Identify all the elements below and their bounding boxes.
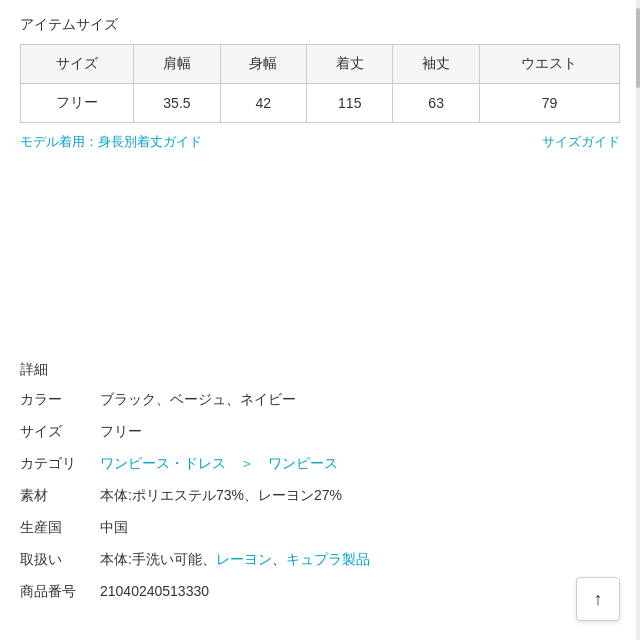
- size-section-title: アイテムサイズ: [20, 16, 620, 34]
- detail-label-size: サイズ: [20, 423, 100, 441]
- detail-row-material: 素材 本体:ポリエステル73%、レーヨン27%: [20, 487, 620, 505]
- col-header-waist: ウエスト: [479, 45, 619, 84]
- detail-label-product-number: 商品番号: [20, 583, 100, 601]
- detail-row-product-number: 商品番号 21040240513330: [20, 583, 620, 601]
- detail-label-color: カラー: [20, 391, 100, 409]
- page-container: アイテムサイズ サイズ 肩幅 身幅 着丈 袖丈 ウエスト フリー 35.5 42…: [0, 0, 640, 631]
- detail-row-category: カテゴリ ワンピース・ドレス ＞ ワンピース: [20, 455, 620, 473]
- detail-value-care: 本体:手洗い可能、レーヨン、キュプラ製品: [100, 551, 620, 569]
- cell-length: 115: [307, 84, 393, 123]
- scroll-top-arrow-icon: ↑: [594, 589, 603, 610]
- links-row: モデル着用：身長別着丈ガイド サイズガイド: [20, 133, 620, 151]
- scrollbar-thumb[interactable]: [636, 8, 640, 88]
- cell-shoulder: 35.5: [134, 84, 220, 123]
- scroll-top-button[interactable]: ↑: [576, 577, 620, 621]
- model-guide-link[interactable]: モデル着用：身長別着丈ガイド: [20, 133, 202, 151]
- care-rayon-link[interactable]: レーヨン: [216, 551, 272, 567]
- col-header-length: 着丈: [307, 45, 393, 84]
- detail-label-care: 取扱い: [20, 551, 100, 569]
- detail-label-material: 素材: [20, 487, 100, 505]
- details-section: 詳細 カラー ブラック、ベージュ、ネイビー サイズ フリー カテゴリ ワンピース…: [20, 351, 620, 601]
- col-header-body-width: 身幅: [220, 45, 306, 84]
- col-header-sleeve: 袖丈: [393, 45, 479, 84]
- table-row: フリー 35.5 42 115 63 79: [21, 84, 620, 123]
- detail-value-country: 中国: [100, 519, 620, 537]
- col-header-shoulder: 肩幅: [134, 45, 220, 84]
- cell-waist: 79: [479, 84, 619, 123]
- detail-value-material: 本体:ポリエステル73%、レーヨン27%: [100, 487, 620, 505]
- cell-body-width: 42: [220, 84, 306, 123]
- details-title: 詳細: [20, 361, 620, 379]
- scrollbar-track: [636, 0, 640, 640]
- detail-value-color: ブラック、ベージュ、ネイビー: [100, 391, 620, 409]
- detail-value-product-number: 21040240513330: [100, 583, 620, 599]
- category-link[interactable]: ワンピース・ドレス ＞ ワンピース: [100, 455, 338, 471]
- cell-size: フリー: [21, 84, 134, 123]
- table-header-row: サイズ 肩幅 身幅 着丈 袖丈 ウエスト: [21, 45, 620, 84]
- cell-sleeve: 63: [393, 84, 479, 123]
- detail-row-care: 取扱い 本体:手洗い可能、レーヨン、キュプラ製品: [20, 551, 620, 569]
- care-cupra-link[interactable]: キュプラ製品: [286, 551, 370, 567]
- detail-value-size: フリー: [100, 423, 620, 441]
- detail-label-country: 生産国: [20, 519, 100, 537]
- detail-row-color: カラー ブラック、ベージュ、ネイビー: [20, 391, 620, 409]
- detail-value-category: ワンピース・ドレス ＞ ワンピース: [100, 455, 620, 473]
- detail-label-category: カテゴリ: [20, 455, 100, 473]
- detail-row-country: 生産国 中国: [20, 519, 620, 537]
- size-guide-link[interactable]: サイズガイド: [542, 133, 620, 151]
- detail-row-size: サイズ フリー: [20, 423, 620, 441]
- col-header-size: サイズ: [21, 45, 134, 84]
- size-table: サイズ 肩幅 身幅 着丈 袖丈 ウエスト フリー 35.5 42 115 63 …: [20, 44, 620, 123]
